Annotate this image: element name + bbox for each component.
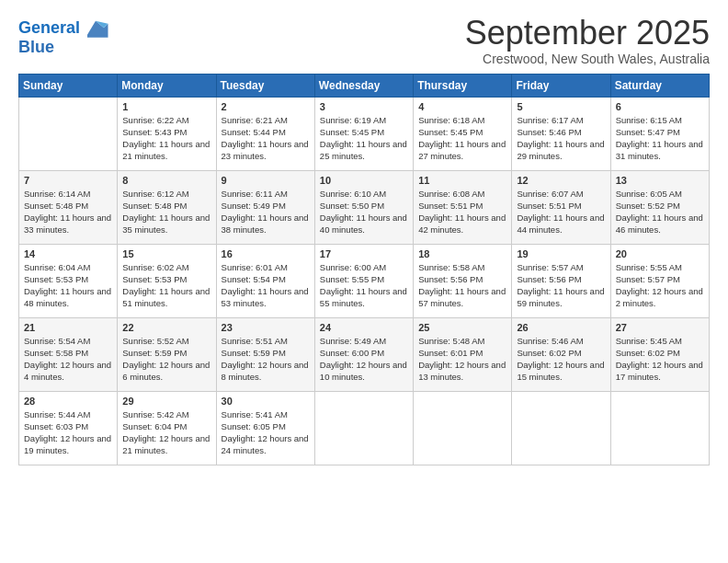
sunrise-text: Sunrise: 6:14 AM <box>24 189 90 199</box>
sunrise-text: Sunrise: 6:11 AM <box>222 189 288 199</box>
day-number: 4 <box>418 101 506 112</box>
sunrise-text: Sunrise: 6:10 AM <box>320 189 386 199</box>
sunrise-text: Sunrise: 6:17 AM <box>517 115 583 125</box>
daylight-text: Daylight: 12 hours and 24 minutes. <box>222 433 309 455</box>
day-number: 1 <box>122 101 210 112</box>
day-number: 23 <box>222 322 310 333</box>
day-info: Sunrise: 6:08 AM Sunset: 5:51 PM Dayligh… <box>418 188 506 236</box>
sunset-text: Sunset: 5:51 PM <box>517 201 581 211</box>
calendar-cell: 28 Sunrise: 5:44 AM Sunset: 6:03 PM Dayl… <box>19 391 118 465</box>
sunset-text: Sunset: 5:51 PM <box>418 201 483 211</box>
calendar-cell: 15 Sunrise: 6:02 AM Sunset: 5:53 PM Dayl… <box>118 244 216 317</box>
calendar-cell: 2 Sunrise: 6:21 AM Sunset: 5:44 PM Dayli… <box>216 97 314 170</box>
day-number: 29 <box>122 396 210 407</box>
sunrise-text: Sunrise: 6:02 AM <box>122 262 188 272</box>
daylight-text: Daylight: 11 hours and 57 minutes. <box>418 286 506 308</box>
day-info: Sunrise: 6:19 AM Sunset: 5:45 PM Dayligh… <box>320 114 408 163</box>
calendar-cell: 9 Sunrise: 6:11 AM Sunset: 5:49 PM Dayli… <box>216 170 314 244</box>
day-info: Sunrise: 6:17 AM Sunset: 5:46 PM Dayligh… <box>517 114 605 163</box>
daylight-text: Daylight: 12 hours and 13 minutes. <box>418 360 506 382</box>
sunset-text: Sunset: 5:55 PM <box>320 274 384 284</box>
daylight-text: Daylight: 11 hours and 35 minutes. <box>122 213 210 235</box>
header: General Blue September 2025 Crestwood, N… <box>18 15 710 66</box>
day-info: Sunrise: 6:12 AM Sunset: 5:48 PM Dayligh… <box>122 188 210 236</box>
daylight-text: Daylight: 12 hours and 6 minutes. <box>122 360 210 382</box>
sunrise-text: Sunrise: 5:41 AM <box>222 409 288 419</box>
day-info: Sunrise: 6:15 AM Sunset: 5:47 PM Dayligh… <box>616 114 704 163</box>
calendar-cell: 21 Sunrise: 5:54 AM Sunset: 5:58 PM Dayl… <box>19 317 118 391</box>
daylight-text: Daylight: 11 hours and 33 minutes. <box>24 213 111 235</box>
daylight-text: Daylight: 11 hours and 53 minutes. <box>222 286 309 308</box>
calendar-cell: 19 Sunrise: 5:57 AM Sunset: 5:56 PM Dayl… <box>512 244 610 317</box>
calendar-week-row: 14 Sunrise: 6:04 AM Sunset: 5:53 PM Dayl… <box>19 244 710 317</box>
day-number: 11 <box>418 175 506 186</box>
day-number: 19 <box>517 248 605 259</box>
daylight-text: Daylight: 11 hours and 55 minutes. <box>320 286 407 308</box>
sunset-text: Sunset: 5:45 PM <box>418 127 483 137</box>
sunset-text: Sunset: 5:50 PM <box>320 201 384 211</box>
daylight-text: Daylight: 11 hours and 48 minutes. <box>24 286 111 308</box>
calendar-cell <box>314 391 413 465</box>
sunrise-text: Sunrise: 5:58 AM <box>418 262 484 272</box>
day-info: Sunrise: 6:02 AM Sunset: 5:53 PM Dayligh… <box>122 261 210 310</box>
calendar-cell: 6 Sunrise: 6:15 AM Sunset: 5:47 PM Dayli… <box>610 97 709 170</box>
sunrise-text: Sunrise: 6:21 AM <box>222 115 288 125</box>
sunrise-text: Sunrise: 6:04 AM <box>24 262 90 272</box>
sunrise-text: Sunrise: 5:44 AM <box>24 409 90 419</box>
daylight-text: Daylight: 11 hours and 40 minutes. <box>320 213 407 235</box>
sunset-text: Sunset: 5:53 PM <box>24 274 88 284</box>
calendar-cell: 27 Sunrise: 5:45 AM Sunset: 6:02 PM Dayl… <box>610 317 709 391</box>
daylight-text: Daylight: 11 hours and 42 minutes. <box>418 213 506 235</box>
day-number: 16 <box>222 248 310 259</box>
daylight-text: Daylight: 12 hours and 15 minutes. <box>517 360 604 382</box>
day-number: 17 <box>320 248 408 259</box>
calendar-cell <box>512 391 610 465</box>
sunset-text: Sunset: 5:48 PM <box>122 201 187 211</box>
weekday-header-monday: Monday <box>118 74 216 97</box>
weekday-header-saturday: Saturday <box>610 74 709 97</box>
day-info: Sunrise: 5:54 AM Sunset: 5:58 PM Dayligh… <box>24 335 112 384</box>
sunrise-text: Sunrise: 5:42 AM <box>122 409 188 419</box>
calendar-cell: 18 Sunrise: 5:58 AM Sunset: 5:56 PM Dayl… <box>414 244 512 317</box>
weekday-header-row: SundayMondayTuesdayWednesdayThursdayFrid… <box>19 74 710 97</box>
sunset-text: Sunset: 6:02 PM <box>616 348 680 358</box>
sunrise-text: Sunrise: 6:18 AM <box>418 115 484 125</box>
day-number: 26 <box>517 322 605 333</box>
daylight-text: Daylight: 12 hours and 4 minutes. <box>24 360 111 382</box>
daylight-text: Daylight: 11 hours and 44 minutes. <box>517 213 604 235</box>
day-info: Sunrise: 6:00 AM Sunset: 5:55 PM Dayligh… <box>320 261 408 310</box>
daylight-text: Daylight: 12 hours and 8 minutes. <box>222 360 309 382</box>
calendar-week-row: 28 Sunrise: 5:44 AM Sunset: 6:03 PM Dayl… <box>19 391 710 465</box>
day-number: 27 <box>616 322 704 333</box>
sunrise-text: Sunrise: 6:07 AM <box>517 189 583 199</box>
calendar-cell: 25 Sunrise: 5:48 AM Sunset: 6:01 PM Dayl… <box>414 317 512 391</box>
sunset-text: Sunset: 5:59 PM <box>122 348 187 358</box>
sunrise-text: Sunrise: 5:51 AM <box>222 336 288 346</box>
calendar-cell: 16 Sunrise: 6:01 AM Sunset: 5:54 PM Dayl… <box>216 244 314 317</box>
day-number: 14 <box>24 248 112 259</box>
sunrise-text: Sunrise: 5:52 AM <box>122 336 188 346</box>
calendar-cell <box>610 391 709 465</box>
day-info: Sunrise: 6:22 AM Sunset: 5:43 PM Dayligh… <box>122 114 210 163</box>
daylight-text: Daylight: 11 hours and 25 minutes. <box>320 139 407 161</box>
weekday-header-wednesday: Wednesday <box>314 74 413 97</box>
day-info: Sunrise: 5:48 AM Sunset: 6:01 PM Dayligh… <box>418 335 506 384</box>
weekday-header-thursday: Thursday <box>414 74 512 97</box>
day-number: 24 <box>320 322 408 333</box>
day-number: 20 <box>616 248 704 259</box>
day-number: 12 <box>517 175 605 186</box>
calendar-cell: 23 Sunrise: 5:51 AM Sunset: 5:59 PM Dayl… <box>216 317 314 391</box>
calendar-cell: 3 Sunrise: 6:19 AM Sunset: 5:45 PM Dayli… <box>314 97 413 170</box>
sunset-text: Sunset: 6:01 PM <box>418 348 483 358</box>
calendar-cell: 20 Sunrise: 5:55 AM Sunset: 5:57 PM Dayl… <box>610 244 709 317</box>
sunset-text: Sunset: 5:43 PM <box>122 127 187 137</box>
day-info: Sunrise: 5:41 AM Sunset: 6:05 PM Dayligh… <box>222 408 310 457</box>
sunset-text: Sunset: 5:57 PM <box>616 274 680 284</box>
sunset-text: Sunset: 5:53 PM <box>122 274 187 284</box>
day-info: Sunrise: 5:51 AM Sunset: 5:59 PM Dayligh… <box>222 335 310 384</box>
location-subtitle: Crestwood, New South Wales, Australia <box>465 52 710 66</box>
sunset-text: Sunset: 6:02 PM <box>517 348 581 358</box>
day-number: 9 <box>222 175 310 186</box>
calendar-week-row: 7 Sunrise: 6:14 AM Sunset: 5:48 PM Dayli… <box>19 170 710 244</box>
day-number: 15 <box>122 248 210 259</box>
